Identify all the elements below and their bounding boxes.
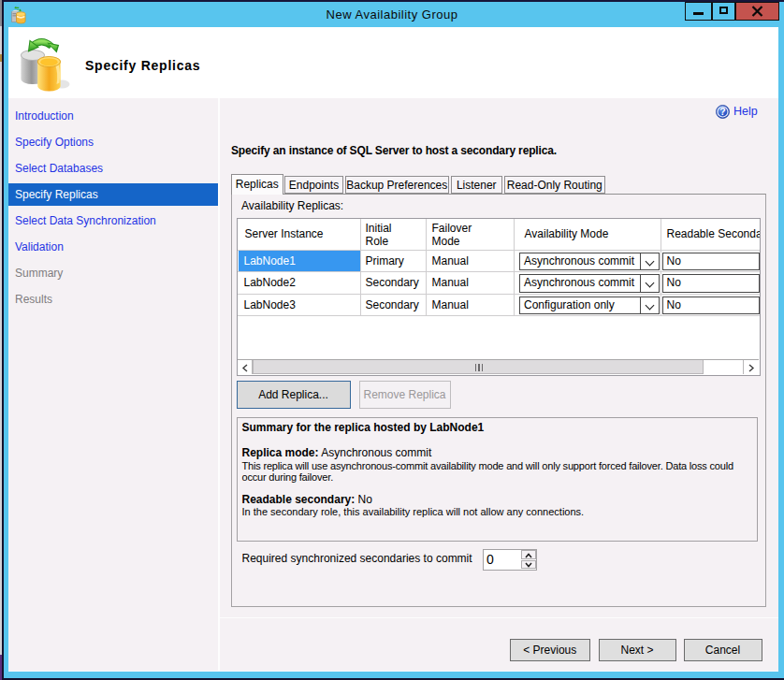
svg-text:?: ? xyxy=(719,106,725,117)
